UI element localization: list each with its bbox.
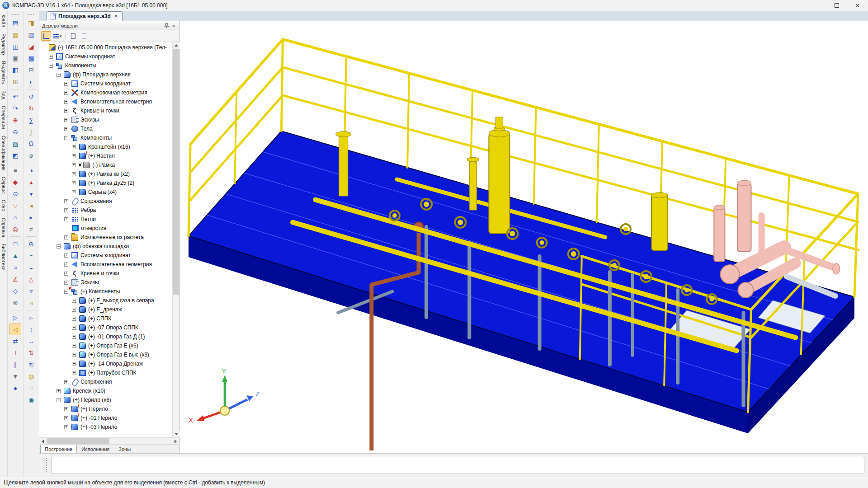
document-tab[interactable]: Площадка верх.a3d × — [47, 11, 123, 21]
tool-icon[interactable]: ▣ — [9, 52, 21, 64]
expand-icon[interactable]: + — [64, 281, 68, 285]
expand-icon[interactable]: + — [64, 91, 68, 95]
tree-item[interactable]: +!(+) Настил — [39, 151, 172, 160]
tab-close-icon[interactable]: × — [113, 13, 118, 19]
menu-item-справка[interactable]: Справка — [1, 218, 6, 237]
tool-icon[interactable]: ▤ — [9, 17, 21, 29]
tool-icon[interactable]: ◩ — [9, 150, 21, 161]
tool-icon[interactable]: ⇄ — [9, 335, 21, 347]
tree-item[interactable]: +Сопряжения — [39, 197, 172, 206]
tool-icon[interactable]: ⊟ — [25, 64, 37, 76]
toolbar-grip[interactable] — [11, 14, 19, 16]
tool-icon[interactable]: ≈ — [9, 262, 21, 273]
tree-item[interactable]: +(+) -03 Перило — [39, 422, 172, 432]
tool-icon[interactable]: ◓ — [25, 250, 37, 262]
expand-icon[interactable]: + — [72, 154, 76, 158]
tree-item[interactable]: +Кронштейн (x16) — [39, 142, 172, 151]
expand-icon[interactable]: + — [72, 317, 76, 321]
tree-item[interactable]: +(+) -14 Опора Дренаж — [39, 359, 172, 368]
tool-icon[interactable]: ◫ — [9, 41, 21, 52]
tool-icon[interactable]: ◒ — [25, 262, 37, 273]
expand-icon[interactable]: + — [72, 190, 76, 194]
tree-item[interactable]: +Вспомогательная геометрия — [39, 260, 172, 269]
tree-item[interactable]: +!(+) Перило — [39, 404, 172, 413]
tool-icon[interactable]: ◑ — [25, 164, 37, 176]
scroll-up-arrow[interactable] — [173, 42, 179, 49]
tool-icon[interactable]: ∠ — [9, 273, 21, 285]
tool-icon[interactable]: ↕ — [25, 324, 37, 335]
tool-icon[interactable]: ◪ — [25, 41, 37, 52]
toolbar-grip[interactable] — [27, 14, 35, 16]
tool-icon[interactable]: ◃ — [25, 297, 37, 309]
tree-horizontal-scrollbar[interactable] — [39, 437, 179, 444]
tool-icon[interactable]: ◆ — [9, 176, 21, 188]
expand-icon[interactable]: + — [72, 344, 76, 348]
tree-item[interactable]: +(+) Патрубок СППК — [39, 368, 172, 377]
tool-icon[interactable]: ∑ — [25, 114, 37, 126]
tree-item[interactable]: +(+) СППК — [39, 314, 172, 323]
expand-icon[interactable]: + — [64, 127, 68, 131]
tool-icon[interactable]: ▩ — [25, 52, 37, 64]
viewport-3d[interactable]: Y Z X — [179, 21, 868, 453]
collapse-icon[interactable]: − — [57, 398, 61, 402]
tool-icon[interactable]: ↷ — [9, 103, 21, 114]
tree-item[interactable]: −Компоненты — [39, 133, 172, 142]
menu-item-операции[interactable]: Операции — [1, 106, 6, 129]
menu-item-библиотеки[interactable]: Библиотеки — [1, 244, 6, 271]
expand-icon[interactable]: + — [64, 425, 68, 429]
collapse-icon[interactable]: − — [64, 136, 68, 140]
scroll-down-arrow[interactable] — [173, 431, 179, 437]
menu-item-сервис[interactable]: Сервис — [1, 177, 6, 194]
tool-icon[interactable]: ▲ — [9, 250, 21, 262]
tree-item[interactable]: +Эскизы — [39, 278, 172, 287]
tool-icon[interactable]: ⊕ — [9, 114, 21, 126]
tree-item[interactable]: +Крепеж (x10) — [39, 386, 172, 395]
menu-item-файл[interactable]: Файл — [1, 15, 6, 27]
close-button[interactable]: ✕ — [847, 0, 868, 11]
tree-item[interactable]: +Исключенные из расчета — [39, 233, 172, 242]
vertical-scroll-thumb[interactable] — [173, 49, 179, 295]
expand-icon[interactable]: + — [64, 208, 68, 212]
tree-item[interactable]: +Компоновочная геометрия — [39, 88, 172, 97]
scroll-right-arrow[interactable] — [172, 438, 179, 445]
tree-item[interactable]: отверстия — [39, 224, 172, 233]
tree-item[interactable]: +Серьга (x4) — [39, 188, 172, 197]
tool-icon[interactable]: ∥ — [9, 359, 21, 371]
tree-item[interactable]: +!(+) -01 Перило — [39, 413, 172, 422]
expand-icon[interactable]: + — [64, 263, 68, 267]
tool-icon[interactable]: ◨ — [25, 17, 37, 29]
tool-icon[interactable]: ◐ — [25, 76, 37, 88]
expand-icon[interactable]: + — [72, 371, 76, 375]
menu-item-редактор[interactable]: Редактор — [1, 33, 6, 55]
tool-icon[interactable]: ◧ — [9, 64, 21, 76]
tree-item[interactable]: +Ребра — [39, 206, 172, 215]
tool-icon[interactable]: ▾ — [25, 188, 37, 200]
expand-icon[interactable]: + — [64, 380, 68, 384]
tool-icon[interactable]: Ω — [25, 138, 37, 150]
tool-icon[interactable]: ∫ — [25, 126, 37, 138]
tree-item[interactable]: +Системы координат — [39, 52, 172, 61]
tool-icon[interactable]: ≠ — [25, 223, 37, 235]
tool-icon[interactable]: ↺ — [25, 91, 37, 103]
tool-icon[interactable]: ▸ — [25, 211, 37, 223]
expand-icon[interactable]: + — [64, 253, 68, 258]
tool-icon[interactable]: ⊘ — [25, 238, 37, 250]
collapse-icon[interactable]: − — [49, 64, 53, 68]
tree-item[interactable]: +Вспомогательная геометрия — [39, 97, 172, 106]
tree-item[interactable]: +Эскизы — [39, 115, 172, 124]
tool-icon[interactable]: ↔ — [25, 335, 37, 347]
tool-icon[interactable]: ◌ — [25, 382, 37, 394]
menu-item-вид[interactable]: Вид — [1, 90, 6, 99]
tool-icon[interactable]: ◇ — [9, 285, 21, 297]
expand-icon[interactable]: + — [72, 353, 76, 357]
expand-icon[interactable]: + — [72, 299, 76, 303]
tree-vertical-scrollbar[interactable] — [172, 42, 179, 437]
tree-item[interactable]: −(+) Компоненты — [39, 287, 172, 296]
expand-icon[interactable]: + — [72, 326, 76, 330]
tool-icon[interactable]: ▹ — [25, 312, 37, 324]
expand-icon[interactable]: + — [64, 217, 68, 221]
expand-icon[interactable]: + — [64, 407, 68, 411]
pin-icon[interactable] — [163, 22, 170, 29]
tool-icon[interactable]: ⊞ — [9, 76, 21, 88]
tree-item[interactable]: −(ф) обвязка площадки — [39, 242, 172, 251]
